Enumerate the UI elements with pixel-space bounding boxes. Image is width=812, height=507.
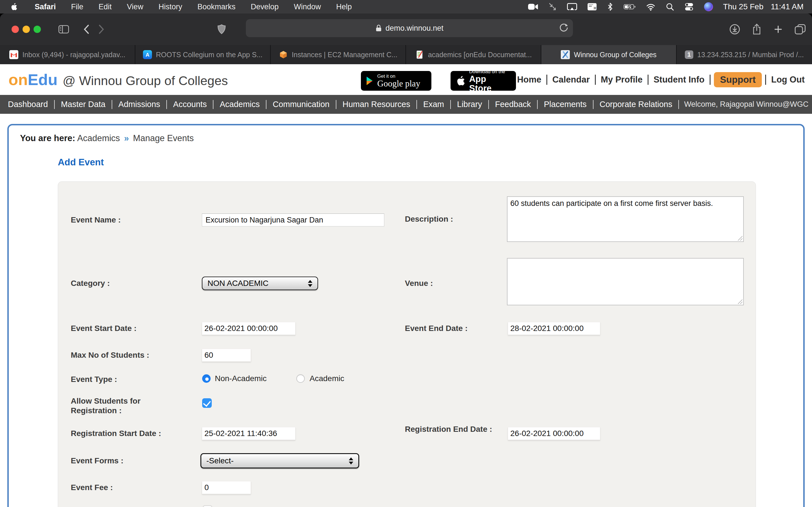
back-button[interactable]: [83, 24, 90, 34]
privacy-shield-button[interactable]: [217, 24, 226, 35]
screen: Safari File Edit View History Bookmarks …: [0, 0, 812, 507]
clock-date: Thu 25 Feb: [723, 2, 763, 11]
site-logo[interactable]: onEdu @ Winnou Group of Colleges: [8, 70, 228, 89]
tab-overview-button[interactable]: [795, 24, 806, 35]
logo-suffix: @ Winnou Group of Colleges: [63, 73, 228, 88]
menu-file[interactable]: File: [63, 3, 91, 11]
nav-library[interactable]: Library: [456, 100, 483, 109]
address-bar[interactable]: demo.winnou.net: [246, 19, 573, 37]
support-button[interactable]: Support: [714, 72, 762, 87]
resize-handle-icon[interactable]: [738, 236, 742, 240]
menu-edit[interactable]: Edit: [91, 3, 119, 11]
menu-view[interactable]: View: [119, 3, 151, 11]
nav-dashboard[interactable]: Dashboard: [7, 100, 49, 109]
nav-accounts[interactable]: Accounts: [172, 100, 208, 109]
sidebar-toggle-button[interactable]: [58, 25, 69, 34]
nav-master-data[interactable]: Master Data: [60, 100, 107, 109]
sidebar-icon: [58, 25, 69, 34]
allow-registration-label: Allow Students for Registration :: [71, 396, 155, 415]
max-students-label: Max No of Students :: [71, 350, 200, 360]
registration-end-date-label: Registration End Date :: [405, 425, 492, 434]
tab-overview-icon: [795, 24, 806, 35]
tab-mumbai-prod[interactable]: 1 13.234.253.215 / Mumbai Prod /...: [677, 45, 812, 64]
breadcrumb: You are here: Academics » Manage Events: [20, 133, 194, 144]
event-start-date-input[interactable]: [202, 322, 296, 335]
new-tab-button[interactable]: [773, 24, 783, 34]
category-select[interactable]: NON ACADEMIC: [202, 277, 318, 290]
menu-bar-clock[interactable]: Thu 25 Feb 11:41 AM: [723, 2, 804, 11]
nav-exam[interactable]: Exam: [422, 100, 445, 109]
nav-academics[interactable]: Academics: [218, 100, 261, 109]
welcome-text: Welcome, Rajagopal Winnou@WGC: [684, 100, 808, 109]
header-links: Home Calendar My Profile Student Info Su…: [515, 64, 806, 95]
event-type-radio-academic[interactable]: [296, 374, 305, 383]
control-center-icon[interactable]: [684, 3, 694, 11]
minimize-window-button[interactable]: [22, 25, 30, 33]
breadcrumb-section[interactable]: Academics: [77, 133, 120, 143]
menu-develop[interactable]: Develop: [243, 3, 286, 11]
downloads-button[interactable]: [729, 24, 741, 35]
radio-label-academic[interactable]: Academic: [310, 374, 344, 383]
allow-registration-checkbox[interactable]: [202, 398, 212, 408]
nav-feedback[interactable]: Feedback: [494, 100, 532, 109]
apple-menu[interactable]: [0, 3, 27, 11]
nav-human-resources[interactable]: Human Resources: [342, 100, 411, 109]
tab-onedu-docs[interactable]: academics [onEdu Documentat...: [406, 45, 541, 64]
link-calendar[interactable]: Calendar: [551, 75, 592, 85]
menu-window[interactable]: Window: [286, 3, 328, 11]
event-type-radio-non-academic[interactable]: [202, 374, 211, 383]
forward-chevron-icon: [98, 24, 105, 34]
max-students-input[interactable]: [202, 349, 251, 362]
nav-corporate-relations[interactable]: Corporate Relations: [599, 100, 673, 109]
close-window-button[interactable]: [11, 25, 19, 33]
clock-time: 11:41 AM: [771, 2, 804, 11]
registration-end-date-input[interactable]: [508, 427, 600, 440]
zoom-window-button[interactable]: [34, 25, 41, 33]
share-button[interactable]: [752, 23, 762, 35]
description-textarea[interactable]: 60 students can participate on a first c…: [507, 196, 744, 242]
video-camera-icon[interactable]: [528, 3, 538, 10]
event-forms-select[interactable]: -Select-: [200, 453, 359, 468]
menu-bookmarks[interactable]: Bookmarks: [190, 3, 243, 11]
menu-help[interactable]: Help: [328, 3, 359, 11]
bluetooth-icon[interactable]: [607, 3, 613, 11]
spotlight-icon[interactable]: [666, 3, 674, 11]
bottom-cutoff-checkbox[interactable]: [203, 505, 212, 507]
menu-app-name[interactable]: Safari: [27, 3, 63, 11]
registration-start-date-label: Registration Start Date :: [71, 429, 200, 438]
link-my-profile[interactable]: My Profile: [599, 75, 644, 85]
reload-button[interactable]: [559, 23, 568, 35]
commit-graph-icon[interactable]: [548, 3, 557, 11]
breadcrumb-current: Manage Events: [133, 133, 194, 143]
resize-handle-icon[interactable]: [738, 299, 742, 304]
content-container: You are here: Academics » Manage Events …: [7, 124, 805, 507]
nav-admissions[interactable]: Admissions: [117, 100, 161, 109]
appstore-badge-big-text: App Store: [469, 74, 511, 93]
event-name-input[interactable]: [202, 214, 384, 226]
link-log-out[interactable]: Log Out: [769, 75, 806, 85]
tab-ec2-instances[interactable]: Instances | EC2 Management C...: [271, 45, 406, 64]
siri-icon[interactable]: [704, 2, 713, 11]
nav-communication[interactable]: Communication: [271, 100, 331, 109]
screen-mirroring-icon[interactable]: [567, 3, 577, 11]
radio-label-non-academic[interactable]: Non-Academic: [215, 374, 267, 383]
wifi-icon[interactable]: [646, 3, 656, 11]
forward-button[interactable]: [98, 24, 105, 34]
tab-gmail-inbox[interactable]: Inbox (9,494) - rajagopal.yadav...: [0, 45, 135, 64]
registration-start-date-input[interactable]: [202, 427, 296, 440]
input-source-icon[interactable]: ⌘: [587, 3, 597, 11]
tab-label: 13.234.253.215 / Mumbai Prod /...: [697, 51, 804, 59]
link-home[interactable]: Home: [515, 75, 543, 85]
event-fee-input[interactable]: [202, 481, 251, 494]
nav-placements[interactable]: Placements: [543, 100, 588, 109]
venue-textarea[interactable]: [507, 258, 744, 305]
google-play-badge[interactable]: Get it on Google play: [361, 71, 432, 91]
event-end-date-input[interactable]: [508, 322, 600, 335]
tab-app-store[interactable]: A ROOTS Collegium on the App S...: [135, 45, 271, 64]
app-store-badge[interactable]: Download on the App Store: [451, 71, 516, 91]
battery-charging-icon[interactable]: [623, 3, 636, 10]
menu-history[interactable]: History: [151, 3, 190, 11]
link-student-info[interactable]: Student Info: [652, 75, 706, 85]
tab-winnou-active[interactable]: Winnou Group of Colleges: [541, 45, 677, 64]
browser-toolbar: demo.winnou.net: [0, 13, 812, 45]
